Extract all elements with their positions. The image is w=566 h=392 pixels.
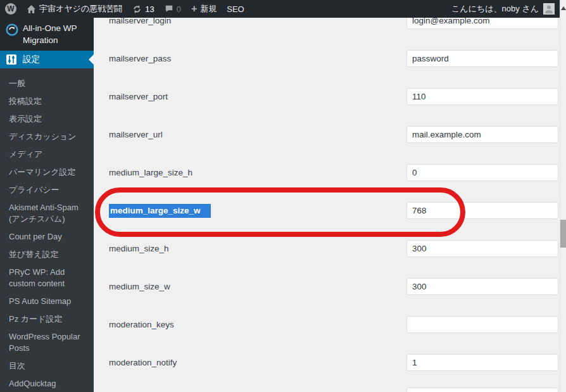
option-row: moderation_keys xyxy=(94,305,560,343)
sidebar-item-all-in-one-wp-migration[interactable]: All-in-One WP Migration xyxy=(0,18,94,51)
option-value-input[interactable] xyxy=(406,354,558,371)
wordpress-logo-icon: W xyxy=(5,3,16,15)
option-name: medium_size_w xyxy=(109,282,406,291)
options-page-content: mailserver_login mailserver_pass mailser… xyxy=(94,18,560,392)
sidebar-item-settings-current[interactable]: 設定 xyxy=(0,51,94,68)
submenu-item-10[interactable]: PRyC WP: Add custom content xyxy=(0,263,94,293)
sidebar-item-label: 設定 xyxy=(23,54,40,64)
submenu-item-6[interactable]: プライバシー xyxy=(0,181,94,199)
option-name-text: mailserver_port xyxy=(109,92,168,101)
option-name-text: mailserver_pass xyxy=(109,54,171,63)
home-icon xyxy=(27,4,36,14)
option-name: mailserver_pass xyxy=(109,54,406,63)
option-name: mailserver_port xyxy=(109,92,406,101)
option-value-input[interactable] xyxy=(406,278,558,295)
option-value-input[interactable] xyxy=(406,126,558,143)
comment-count-badge: 0 xyxy=(177,4,181,14)
submenu-item-1[interactable]: 投稿設定 xyxy=(0,92,94,110)
option-value-input[interactable] xyxy=(406,316,558,333)
submenu-item-4[interactable]: メディア xyxy=(0,146,94,163)
submenu-item-15[interactable]: AddQuicktag xyxy=(0,375,94,392)
plus-icon: + xyxy=(191,0,197,18)
site-name-link[interactable]: 宇宙オヤジの悪戦苦闘 xyxy=(22,0,127,18)
submenu-item-2[interactable]: 表示設定 xyxy=(0,110,94,128)
option-name-text: mailserver_url xyxy=(109,130,163,139)
option-row: medium_size_h xyxy=(94,229,560,267)
option-value-input[interactable] xyxy=(406,202,558,219)
next-option-input-partial[interactable] xyxy=(406,388,558,392)
scrollbar-thumb[interactable] xyxy=(560,220,566,248)
option-name-text: moderation_notify xyxy=(109,358,177,367)
comment-icon xyxy=(165,4,173,13)
submenu-item-5[interactable]: パーマリンク設定 xyxy=(0,163,94,181)
admin-bar: W 宇宙オヤジの悪戦苦闘 13 0 + 新規 SEO こんにちは、noby さ xyxy=(0,0,560,18)
option-row: medium_size_w xyxy=(94,267,560,305)
option-row: mailserver_url xyxy=(94,115,560,153)
seo-label: SEO xyxy=(227,4,244,14)
submenu-item-11[interactable]: PS Auto Sitemap xyxy=(0,293,94,310)
option-row: mailserver_port xyxy=(94,77,560,115)
option-name-text: medium_large_size_w xyxy=(109,204,211,218)
option-row: mailserver_login xyxy=(94,18,560,39)
comments-link[interactable]: 0 xyxy=(160,0,186,18)
option-value-input[interactable] xyxy=(406,18,558,29)
option-row: medium_large_size_w xyxy=(94,191,560,229)
option-row: mailserver_pass xyxy=(94,39,560,77)
user-avatar xyxy=(543,3,555,15)
option-name-text: moderation_keys xyxy=(109,320,174,329)
option-value-input[interactable] xyxy=(406,164,558,181)
site-name-label: 宇宙オヤジの悪戦苦闘 xyxy=(39,3,122,15)
page-scrollbar[interactable] xyxy=(560,0,566,392)
option-name-text: medium_size_h xyxy=(109,244,169,253)
my-account-menu[interactable]: こんにちは、noby さん xyxy=(446,0,560,18)
option-name: mailserver_url xyxy=(109,130,406,139)
submenu-item-3[interactable]: ディスカッション xyxy=(0,128,94,146)
option-name-text: medium_large_size_h xyxy=(109,168,192,177)
update-icon xyxy=(132,4,142,14)
option-name: medium_size_h xyxy=(109,244,406,253)
option-name-text: mailserver_login xyxy=(109,18,171,25)
option-name: medium_large_size_h xyxy=(109,168,406,177)
migration-plugin-icon xyxy=(6,23,18,39)
seo-menu[interactable]: SEO xyxy=(222,0,249,18)
options-table: mailserver_login mailserver_pass mailser… xyxy=(94,18,560,381)
submenu-item-12[interactable]: Pz カード設定 xyxy=(0,310,94,328)
submenu-item-9[interactable]: 並び替え設定 xyxy=(0,246,94,263)
option-name: moderation_keys xyxy=(109,320,406,329)
option-name: moderation_notify xyxy=(109,358,406,367)
updates-link[interactable]: 13 xyxy=(127,0,159,18)
admin-sidebar: All-in-One WP Migration 設定 一般 投稿設定 表示設定 … xyxy=(0,18,94,392)
sidebar-item-label: All-in-One WP Migration xyxy=(23,23,77,45)
submenu-item-8[interactable]: Count per Day xyxy=(0,228,94,246)
submenu-item-14[interactable]: 目次 xyxy=(0,357,94,375)
option-name: medium_large_size_w xyxy=(109,206,406,215)
wordpress-logo-menu[interactable]: W xyxy=(0,0,22,18)
greeting-label: こんにちは、noby さん xyxy=(451,3,539,15)
option-row: medium_large_size_h xyxy=(94,153,560,191)
submenu-item-0[interactable]: 一般 xyxy=(0,75,94,92)
new-label: 新規 xyxy=(200,3,217,15)
scrollbar-up-arrow-icon[interactable] xyxy=(561,4,566,10)
option-value-input[interactable] xyxy=(406,240,558,257)
option-name-text: medium_size_w xyxy=(109,282,170,291)
option-value-input[interactable] xyxy=(406,88,558,105)
submenu-item-7[interactable]: Akismet Anti-Spam (アンチスパム) xyxy=(0,199,94,228)
option-name: mailserver_login xyxy=(109,18,406,25)
update-count-badge: 13 xyxy=(145,4,154,14)
option-row: moderation_notify xyxy=(94,343,560,381)
new-content-menu[interactable]: + 新規 xyxy=(186,0,222,18)
settings-sliders-icon xyxy=(6,54,17,68)
submenu-item-13[interactable]: WordPress Popular Posts xyxy=(0,328,94,357)
option-value-input[interactable] xyxy=(406,50,558,67)
settings-submenu: 一般 投稿設定 表示設定 ディスカッション メディア パーマリンク設定 プライバ… xyxy=(0,68,94,392)
